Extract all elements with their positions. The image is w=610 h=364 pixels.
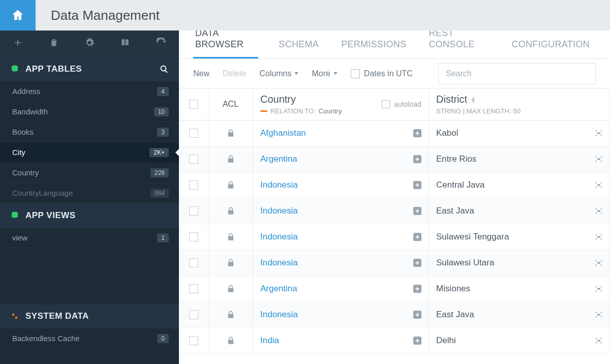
district-cell[interactable]: Sulawesi Tenggara: [429, 224, 610, 250]
sidebar-item[interactable]: Address4: [0, 81, 179, 102]
country-cell[interactable]: Indonesia: [253, 198, 429, 224]
sort-icon: ▲▼: [470, 97, 476, 103]
refresh-button[interactable]: [153, 35, 169, 53]
district-cell[interactable]: Entre Rios: [429, 146, 610, 172]
sidebar-item[interactable]: Bandwidth10: [0, 102, 179, 122]
dates-utc-toggle[interactable]: Dates in UTC: [351, 69, 413, 78]
delete-table-button[interactable]: [46, 35, 62, 53]
add-relation-button[interactable]: [413, 337, 421, 345]
app-tables-header[interactable]: APP TABLES: [0, 57, 179, 81]
district-cell[interactable]: Central Java: [429, 172, 610, 198]
row-acl[interactable]: [208, 172, 253, 198]
search-icon[interactable]: [160, 65, 169, 74]
country-cell[interactable]: Indonesia: [253, 250, 429, 276]
country-link[interactable]: Indonesia: [260, 180, 298, 190]
row-acl[interactable]: [208, 276, 253, 301]
row-select[interactable]: [179, 328, 208, 353]
country-link[interactable]: Indonesia: [260, 206, 298, 216]
expand-icon[interactable]: [594, 180, 603, 190]
expand-icon[interactable]: [594, 310, 603, 319]
expand-icon[interactable]: [594, 258, 603, 267]
tab[interactable]: PERMISSIONS: [339, 39, 408, 58]
expand-icon[interactable]: [594, 232, 603, 241]
country-cell[interactable]: India: [253, 328, 429, 353]
row-select[interactable]: [179, 302, 208, 327]
country-cell[interactable]: Afghanistan: [253, 120, 429, 146]
add-relation-button[interactable]: [413, 129, 421, 137]
district-cell[interactable]: Kabol: [429, 120, 610, 146]
more-dropdown[interactable]: More: [312, 69, 337, 78]
system-data-header[interactable]: SYSTEM DATA: [0, 304, 179, 328]
tab[interactable]: REST CONSOLE: [426, 31, 491, 58]
delete-button[interactable]: Delete: [223, 69, 246, 78]
row-select[interactable]: [179, 198, 208, 224]
district-column-header[interactable]: District ▲▼ STRING | MAX LENGTH: 50: [429, 88, 610, 120]
expand-icon[interactable]: [594, 155, 603, 164]
expand-icon[interactable]: [594, 206, 603, 216]
country-cell[interactable]: Indonesia: [253, 302, 429, 327]
expand-icon[interactable]: [594, 336, 603, 345]
add-relation-button[interactable]: [413, 285, 421, 293]
sidebar-item[interactable]: CountryLanguage984: [0, 183, 179, 203]
svg-point-3: [15, 317, 18, 319]
tab[interactable]: CONFIGURATION: [509, 39, 592, 58]
add-relation-button[interactable]: [413, 311, 421, 319]
district-cell[interactable]: Delhi: [429, 328, 610, 353]
row-select[interactable]: [179, 224, 208, 250]
settings-button[interactable]: [81, 35, 98, 53]
columns-dropdown[interactable]: Columns: [259, 69, 298, 78]
add-relation-button[interactable]: [413, 259, 421, 267]
row-acl[interactable]: [208, 224, 253, 250]
row-select[interactable]: [179, 172, 208, 198]
add-table-button[interactable]: [10, 35, 26, 53]
row-acl[interactable]: [208, 146, 253, 172]
sidebar-item[interactable]: view1: [0, 228, 179, 248]
add-relation-button[interactable]: [413, 155, 421, 163]
district-cell[interactable]: Sulawesi Utara: [429, 250, 610, 276]
expand-icon[interactable]: [594, 129, 603, 138]
add-relation-button[interactable]: [413, 181, 421, 189]
row-acl[interactable]: [208, 198, 253, 224]
country-cell[interactable]: Indonesia: [253, 172, 429, 198]
expand-icon[interactable]: [594, 284, 603, 293]
row-select[interactable]: [179, 146, 208, 172]
sidebar-item[interactable]: City2K+: [0, 142, 179, 163]
country-link[interactable]: Argentina: [260, 154, 297, 164]
country-link[interactable]: Indonesia: [260, 310, 298, 320]
row-acl[interactable]: [208, 302, 253, 327]
add-relation-button[interactable]: [413, 207, 421, 215]
row-acl[interactable]: [208, 120, 253, 146]
country-column-header[interactable]: Country RELATION TO: Country autoload: [253, 88, 429, 120]
country-cell[interactable]: Argentina: [253, 146, 429, 172]
tab[interactable]: DATA BROWSER: [193, 31, 258, 58]
row-select[interactable]: [179, 276, 208, 301]
add-relation-button[interactable]: [413, 233, 421, 241]
docs-button[interactable]: [117, 35, 133, 53]
select-all-header[interactable]: [179, 88, 208, 120]
row-select[interactable]: [179, 250, 208, 276]
row-select[interactable]: [179, 120, 208, 146]
country-cell[interactable]: Argentina: [253, 276, 429, 301]
row-acl[interactable]: [208, 328, 253, 353]
country-link[interactable]: India: [260, 336, 279, 346]
district-cell[interactable]: East Java: [429, 302, 610, 327]
district-cell[interactable]: East Java: [429, 198, 610, 224]
autoload-toggle[interactable]: autoload: [382, 100, 421, 108]
country-cell[interactable]: Indonesia: [253, 224, 429, 250]
sidebar-item[interactable]: Books3: [0, 122, 179, 142]
sidebar-item[interactable]: Backendless Cache0: [0, 328, 179, 349]
sidebar-item[interactable]: Country228: [0, 163, 179, 183]
tab[interactable]: SCHEMA: [277, 39, 321, 58]
row-acl[interactable]: [208, 250, 253, 276]
country-link[interactable]: Indonesia: [260, 258, 298, 268]
lock-icon: [226, 258, 235, 267]
country-link[interactable]: Indonesia: [260, 232, 298, 242]
app-views-header[interactable]: APP VIEWS: [0, 203, 179, 228]
new-button[interactable]: New: [193, 69, 209, 78]
country-link[interactable]: Argentina: [260, 284, 297, 294]
search-input[interactable]: [438, 63, 596, 84]
database-icon: [10, 211, 19, 220]
home-button[interactable]: [0, 0, 36, 31]
country-link[interactable]: Afghanistan: [260, 128, 306, 138]
district-cell[interactable]: Misiones: [429, 276, 610, 301]
